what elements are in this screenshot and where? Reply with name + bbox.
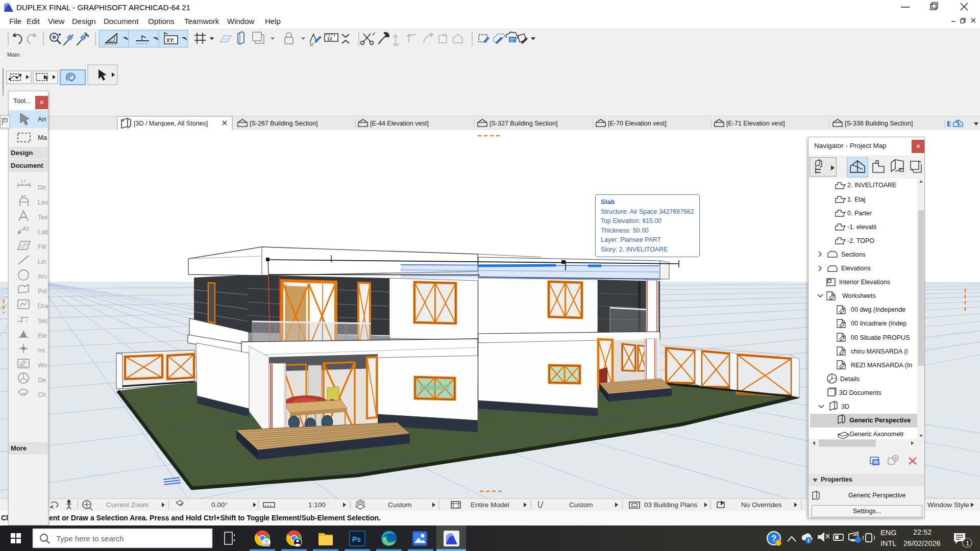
svg-text:Elevations: Elevations	[841, 265, 871, 272]
svg-text:Wo: Wo	[38, 362, 47, 369]
svg-text:Lev: Lev	[38, 199, 48, 206]
svg-text:Lin: Lin	[38, 258, 46, 265]
svg-text:i: i	[808, 538, 810, 543]
svg-text:Details: Details	[840, 375, 860, 383]
svg-text:Ps: Ps	[352, 535, 361, 543]
svg-text:Fill: Fill	[38, 243, 46, 251]
svg-text:[S-327 Building Section]: [S-327 Building Section]	[489, 120, 557, 127]
svg-text:00 Situatie PROPUS: 00 Situatie PROPUS	[851, 334, 910, 341]
svg-text:[S-267 Building Section]: [S-267 Building Section]	[250, 120, 317, 127]
svg-text:Sec: Sec	[38, 317, 48, 324]
svg-text:03 Building Plans: 03 Building Plans	[644, 501, 698, 509]
svg-text:Worksheets: Worksheets	[842, 292, 876, 299]
svg-text:Lab: Lab	[38, 229, 48, 236]
svg-text:00 dwg (Independe: 00 dwg (Independe	[851, 306, 905, 313]
svg-text:3D Documents: 3D Documents	[839, 389, 881, 396]
svg-text:1.2: 1.2	[21, 179, 26, 183]
svg-text:XY:: XY:	[166, 38, 175, 43]
svg-text:i: i	[777, 540, 779, 545]
svg-text:No Overrides: No Overrides	[741, 501, 782, 509]
svg-text:ENG: ENG	[880, 529, 896, 537]
svg-text:[E-44 Elevation vest]: [E-44 Elevation vest]	[370, 120, 429, 127]
svg-text:22:52: 22:52	[913, 528, 932, 536]
svg-text:00 Incadrare (Indep: 00 Incadrare (Indep	[851, 320, 906, 327]
svg-text:[E-71 Elevation vest]: [E-71 Elevation vest]	[726, 120, 785, 127]
svg-text:[S-336 Building Section]: [S-336 Building Section]	[845, 120, 913, 127]
svg-text:Generic Axonometr: Generic Axonometr	[849, 431, 904, 438]
svg-text:A1: A1	[22, 226, 29, 232]
svg-text:Custom: Custom	[388, 501, 412, 509]
svg-text:[3D / Marquee, All Stories]: [3D / Marquee, All Stories]	[134, 120, 208, 127]
svg-text:Entire Model: Entire Model	[471, 501, 509, 509]
svg-text:De: De	[38, 377, 46, 384]
svg-text:1. Etaj: 1. Etaj	[847, 196, 865, 203]
svg-text:Window Style: Window Style	[927, 501, 969, 509]
svg-text:-2. TOPO: -2. TOPO	[847, 237, 874, 244]
svg-text:Int: Int	[38, 347, 45, 354]
svg-text:REZI MANSARDA (In: REZI MANSARDA (In	[851, 362, 912, 369]
svg-text:0.00°: 0.00°	[211, 501, 228, 509]
svg-text:Sections: Sections	[841, 251, 866, 258]
svg-text:Current Zoom: Current Zoom	[106, 501, 149, 509]
svg-text:Dra: Dra	[38, 303, 48, 310]
svg-text:12: 12	[327, 36, 332, 41]
svg-text:1:100: 1:100	[308, 501, 326, 509]
svg-text:[E-70 Elevation vest]: [E-70 Elevation vest]	[608, 120, 667, 127]
svg-text:Generic Perspective: Generic Perspective	[849, 417, 911, 424]
svg-text:-1. elevatii: -1. elevatii	[847, 223, 876, 231]
svg-text:INTL: INTL	[880, 539, 896, 547]
svg-text:Tex: Tex	[38, 214, 48, 221]
svg-text:2. INVELITOARE: 2. INVELITOARE	[847, 182, 896, 189]
svg-text:chiru MANSARDA (I: chiru MANSARDA (I	[851, 348, 908, 355]
svg-text:Arc: Arc	[38, 273, 47, 280]
svg-text:Custom: Custom	[569, 501, 593, 509]
svg-text:26/02/2026: 26/02/2026	[903, 539, 941, 547]
svg-text:Type here to search: Type here to search	[56, 534, 124, 543]
svg-text:Dir: Dir	[38, 184, 46, 191]
svg-text:Interior Elevations: Interior Elevations	[839, 279, 890, 286]
svg-text:3D: 3D	[841, 403, 849, 410]
svg-text:Ele: Ele	[38, 332, 47, 339]
svg-text:Pol: Pol	[38, 288, 47, 295]
svg-text:Ch: Ch	[38, 391, 46, 398]
svg-text:0. Parter: 0. Parter	[847, 210, 872, 217]
svg-text:1: 1	[966, 539, 969, 547]
